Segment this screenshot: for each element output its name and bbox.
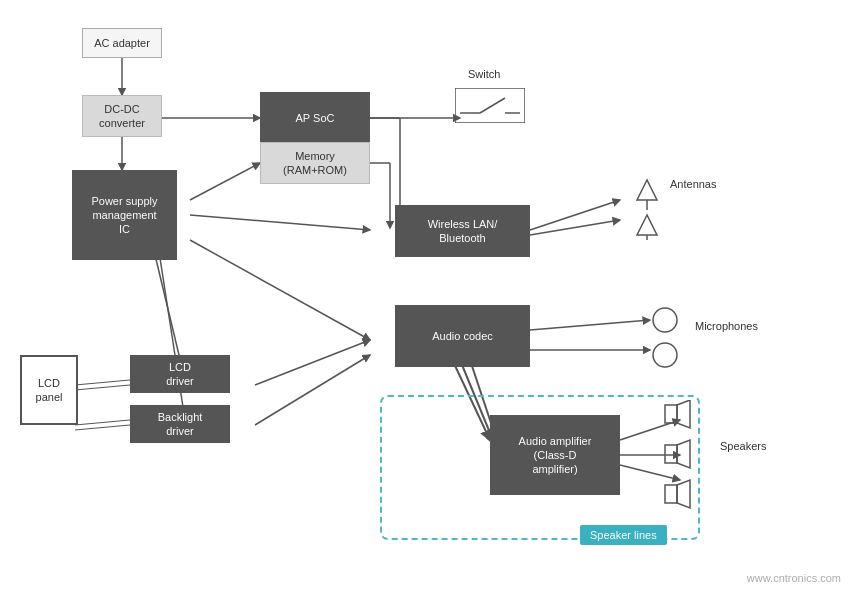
svg-line-5 [190,240,370,340]
backlight-driver-block: Backlight driver [130,405,230,443]
svg-marker-44 [677,480,690,508]
svg-line-17 [255,340,370,385]
svg-rect-39 [665,405,677,423]
svg-line-15 [530,320,650,330]
svg-rect-41 [665,445,677,463]
watermark: www.cntronics.com [747,572,841,584]
ap-soc-block: AP SoC [260,92,370,144]
wireless-lan-block: Wireless LAN/ Bluetooth [395,205,530,257]
svg-point-38 [653,343,677,367]
svg-rect-29 [455,88,525,123]
svg-point-37 [653,308,677,332]
svg-line-25 [75,380,130,385]
speakers-label: Speakers [720,440,766,452]
audio-codec-block: Audio codec [395,305,530,367]
svg-line-31 [480,98,505,113]
memory-block: Memory (RAM+ROM) [260,142,370,184]
lcd-panel-block: LCD panel [20,355,78,425]
block-diagram: AC adapter DC-DC converter Power supply … [0,0,851,592]
svg-line-28 [75,425,130,430]
svg-line-14 [530,220,620,235]
svg-line-26 [75,385,130,390]
svg-marker-40 [677,400,690,428]
antennas-label: Antennas [670,178,716,190]
dc-dc-block: DC-DC converter [82,95,162,137]
svg-rect-43 [665,485,677,503]
svg-line-4 [190,215,370,230]
svg-line-3 [190,163,260,200]
antenna-symbols [625,175,670,240]
svg-line-13 [530,200,620,230]
svg-line-27 [75,420,130,425]
speaker-symbols [660,400,710,530]
microphone-symbols [650,305,690,380]
svg-line-18 [255,355,370,425]
svg-marker-35 [637,215,657,235]
switch-label: Switch [468,68,500,80]
svg-line-7 [160,258,185,420]
svg-marker-33 [637,180,657,200]
power-supply-block: Power supply management IC [72,170,177,260]
switch-symbol [455,88,525,123]
microphones-label: Microphones [695,320,758,332]
lcd-driver-block: LCD driver [130,355,230,393]
svg-marker-42 [677,440,690,468]
audio-amp-block: Audio amplifier (Class-D amplifier) [490,415,620,495]
speaker-lines-legend: Speaker lines [580,525,667,545]
ac-adapter-block: AC adapter [82,28,162,58]
